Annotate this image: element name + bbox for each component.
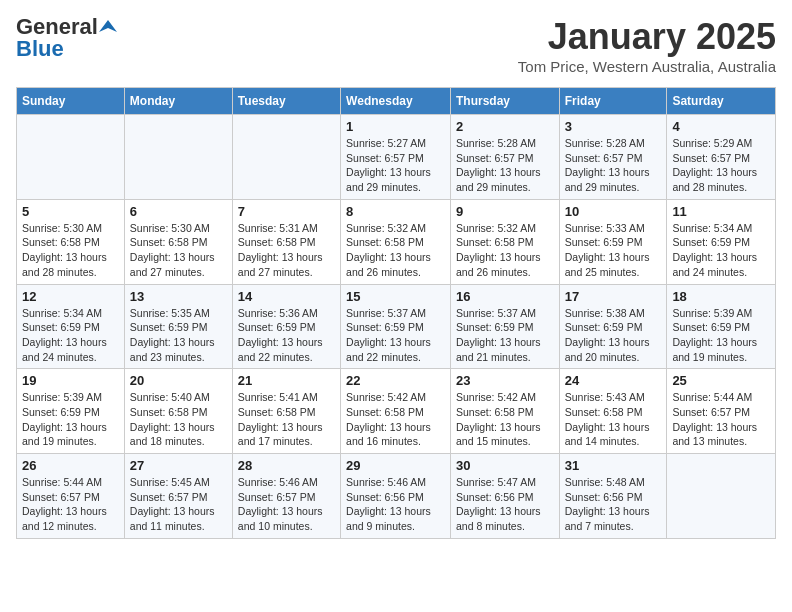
- day-number: 21: [238, 373, 335, 388]
- table-row: 22 Sunrise: 5:42 AMSunset: 6:58 PMDaylig…: [341, 369, 451, 454]
- table-row: 6 Sunrise: 5:30 AMSunset: 6:58 PMDayligh…: [124, 199, 232, 284]
- day-number: 12: [22, 289, 119, 304]
- day-info: Sunrise: 5:36 AMSunset: 6:59 PMDaylight:…: [238, 306, 335, 365]
- logo: General Blue: [16, 16, 118, 60]
- table-row: [232, 115, 340, 200]
- day-info: Sunrise: 5:30 AMSunset: 6:58 PMDaylight:…: [130, 221, 227, 280]
- calendar-week-row: 12 Sunrise: 5:34 AMSunset: 6:59 PMDaylig…: [17, 284, 776, 369]
- table-row: 15 Sunrise: 5:37 AMSunset: 6:59 PMDaylig…: [341, 284, 451, 369]
- header-tuesday: Tuesday: [232, 88, 340, 115]
- logo-general-text: General: [16, 16, 98, 38]
- table-row: 7 Sunrise: 5:31 AMSunset: 6:58 PMDayligh…: [232, 199, 340, 284]
- day-info: Sunrise: 5:30 AMSunset: 6:58 PMDaylight:…: [22, 221, 119, 280]
- table-row: 20 Sunrise: 5:40 AMSunset: 6:58 PMDaylig…: [124, 369, 232, 454]
- day-info: Sunrise: 5:34 AMSunset: 6:59 PMDaylight:…: [22, 306, 119, 365]
- day-number: 23: [456, 373, 554, 388]
- svg-marker-0: [99, 20, 117, 32]
- day-number: 31: [565, 458, 662, 473]
- day-info: Sunrise: 5:37 AMSunset: 6:59 PMDaylight:…: [456, 306, 554, 365]
- day-info: Sunrise: 5:37 AMSunset: 6:59 PMDaylight:…: [346, 306, 445, 365]
- day-number: 14: [238, 289, 335, 304]
- day-number: 4: [672, 119, 770, 134]
- weekday-header-row: Sunday Monday Tuesday Wednesday Thursday…: [17, 88, 776, 115]
- calendar-week-row: 5 Sunrise: 5:30 AMSunset: 6:58 PMDayligh…: [17, 199, 776, 284]
- logo-blue-text: Blue: [16, 36, 64, 61]
- table-row: 2 Sunrise: 5:28 AMSunset: 6:57 PMDayligh…: [450, 115, 559, 200]
- day-number: 28: [238, 458, 335, 473]
- day-number: 10: [565, 204, 662, 219]
- calendar-week-row: 1 Sunrise: 5:27 AMSunset: 6:57 PMDayligh…: [17, 115, 776, 200]
- table-row: 26 Sunrise: 5:44 AMSunset: 6:57 PMDaylig…: [17, 454, 125, 539]
- calendar-week-row: 19 Sunrise: 5:39 AMSunset: 6:59 PMDaylig…: [17, 369, 776, 454]
- day-info: Sunrise: 5:44 AMSunset: 6:57 PMDaylight:…: [22, 475, 119, 534]
- day-number: 6: [130, 204, 227, 219]
- header-saturday: Saturday: [667, 88, 776, 115]
- day-info: Sunrise: 5:32 AMSunset: 6:58 PMDaylight:…: [346, 221, 445, 280]
- page-header: General Blue January 2025 Tom Price, Wes…: [16, 16, 776, 75]
- day-info: Sunrise: 5:33 AMSunset: 6:59 PMDaylight:…: [565, 221, 662, 280]
- day-info: Sunrise: 5:42 AMSunset: 6:58 PMDaylight:…: [346, 390, 445, 449]
- day-number: 26: [22, 458, 119, 473]
- day-info: Sunrise: 5:34 AMSunset: 6:59 PMDaylight:…: [672, 221, 770, 280]
- day-number: 13: [130, 289, 227, 304]
- table-row: 18 Sunrise: 5:39 AMSunset: 6:59 PMDaylig…: [667, 284, 776, 369]
- day-info: Sunrise: 5:41 AMSunset: 6:58 PMDaylight:…: [238, 390, 335, 449]
- table-row: 4 Sunrise: 5:29 AMSunset: 6:57 PMDayligh…: [667, 115, 776, 200]
- header-friday: Friday: [559, 88, 667, 115]
- table-row: 14 Sunrise: 5:36 AMSunset: 6:59 PMDaylig…: [232, 284, 340, 369]
- day-info: Sunrise: 5:43 AMSunset: 6:58 PMDaylight:…: [565, 390, 662, 449]
- day-info: Sunrise: 5:48 AMSunset: 6:56 PMDaylight:…: [565, 475, 662, 534]
- day-info: Sunrise: 5:39 AMSunset: 6:59 PMDaylight:…: [672, 306, 770, 365]
- table-row: 3 Sunrise: 5:28 AMSunset: 6:57 PMDayligh…: [559, 115, 667, 200]
- day-number: 17: [565, 289, 662, 304]
- day-number: 16: [456, 289, 554, 304]
- day-info: Sunrise: 5:38 AMSunset: 6:59 PMDaylight:…: [565, 306, 662, 365]
- table-row: 23 Sunrise: 5:42 AMSunset: 6:58 PMDaylig…: [450, 369, 559, 454]
- day-info: Sunrise: 5:32 AMSunset: 6:58 PMDaylight:…: [456, 221, 554, 280]
- day-number: 15: [346, 289, 445, 304]
- table-row: 12 Sunrise: 5:34 AMSunset: 6:59 PMDaylig…: [17, 284, 125, 369]
- day-number: 30: [456, 458, 554, 473]
- header-monday: Monday: [124, 88, 232, 115]
- table-row: 31 Sunrise: 5:48 AMSunset: 6:56 PMDaylig…: [559, 454, 667, 539]
- day-number: 7: [238, 204, 335, 219]
- header-thursday: Thursday: [450, 88, 559, 115]
- table-row: 13 Sunrise: 5:35 AMSunset: 6:59 PMDaylig…: [124, 284, 232, 369]
- day-number: 24: [565, 373, 662, 388]
- table-row: 24 Sunrise: 5:43 AMSunset: 6:58 PMDaylig…: [559, 369, 667, 454]
- table-row: 8 Sunrise: 5:32 AMSunset: 6:58 PMDayligh…: [341, 199, 451, 284]
- day-number: 8: [346, 204, 445, 219]
- calendar-week-row: 26 Sunrise: 5:44 AMSunset: 6:57 PMDaylig…: [17, 454, 776, 539]
- table-row: 1 Sunrise: 5:27 AMSunset: 6:57 PMDayligh…: [341, 115, 451, 200]
- day-info: Sunrise: 5:31 AMSunset: 6:58 PMDaylight:…: [238, 221, 335, 280]
- day-number: 18: [672, 289, 770, 304]
- logo-bird-icon: [99, 18, 117, 36]
- table-row: 29 Sunrise: 5:46 AMSunset: 6:56 PMDaylig…: [341, 454, 451, 539]
- day-info: Sunrise: 5:42 AMSunset: 6:58 PMDaylight:…: [456, 390, 554, 449]
- day-number: 22: [346, 373, 445, 388]
- table-row: [124, 115, 232, 200]
- day-number: 3: [565, 119, 662, 134]
- table-row: 5 Sunrise: 5:30 AMSunset: 6:58 PMDayligh…: [17, 199, 125, 284]
- table-row: 9 Sunrise: 5:32 AMSunset: 6:58 PMDayligh…: [450, 199, 559, 284]
- header-sunday: Sunday: [17, 88, 125, 115]
- day-number: 19: [22, 373, 119, 388]
- day-number: 1: [346, 119, 445, 134]
- table-row: [667, 454, 776, 539]
- day-number: 5: [22, 204, 119, 219]
- day-info: Sunrise: 5:29 AMSunset: 6:57 PMDaylight:…: [672, 136, 770, 195]
- table-row: 16 Sunrise: 5:37 AMSunset: 6:59 PMDaylig…: [450, 284, 559, 369]
- month-title: January 2025: [518, 16, 776, 58]
- day-number: 25: [672, 373, 770, 388]
- calendar-table: Sunday Monday Tuesday Wednesday Thursday…: [16, 87, 776, 539]
- table-row: 25 Sunrise: 5:44 AMSunset: 6:57 PMDaylig…: [667, 369, 776, 454]
- day-info: Sunrise: 5:45 AMSunset: 6:57 PMDaylight:…: [130, 475, 227, 534]
- table-row: 30 Sunrise: 5:47 AMSunset: 6:56 PMDaylig…: [450, 454, 559, 539]
- table-row: 10 Sunrise: 5:33 AMSunset: 6:59 PMDaylig…: [559, 199, 667, 284]
- day-number: 11: [672, 204, 770, 219]
- day-info: Sunrise: 5:27 AMSunset: 6:57 PMDaylight:…: [346, 136, 445, 195]
- day-number: 29: [346, 458, 445, 473]
- table-row: [17, 115, 125, 200]
- table-row: 28 Sunrise: 5:46 AMSunset: 6:57 PMDaylig…: [232, 454, 340, 539]
- day-info: Sunrise: 5:44 AMSunset: 6:57 PMDaylight:…: [672, 390, 770, 449]
